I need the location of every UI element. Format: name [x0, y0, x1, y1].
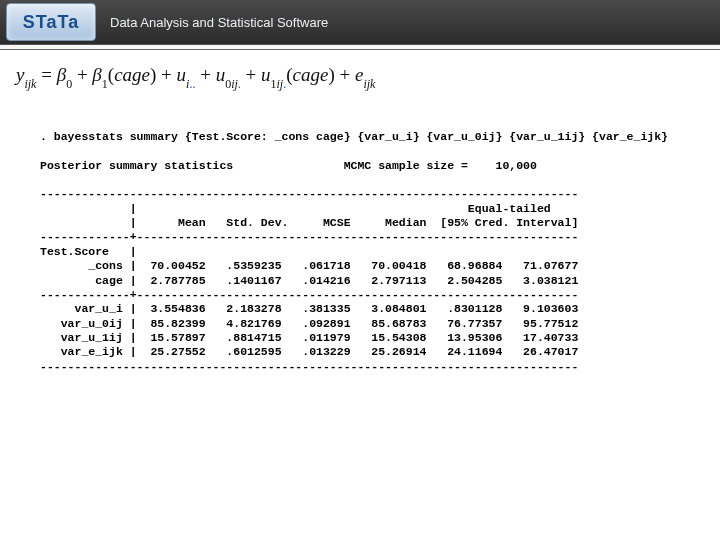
output-block: . bayesstats summary {Test.Score: _cons …: [40, 130, 704, 374]
stata-output: . bayesstats summary {Test.Score: _cons …: [40, 130, 704, 374]
tagline: Data Analysis and Statistical Software: [110, 15, 328, 30]
app-header: STaTa Data Analysis and Statistical Soft…: [0, 0, 720, 45]
header-rule: [0, 45, 720, 50]
model-equation: yijk = β0 + β1(cage) + ui.. + u0ij. + u1…: [16, 64, 720, 90]
stata-logo: STaTa: [6, 3, 96, 41]
logo-text: STaTa: [23, 12, 79, 33]
